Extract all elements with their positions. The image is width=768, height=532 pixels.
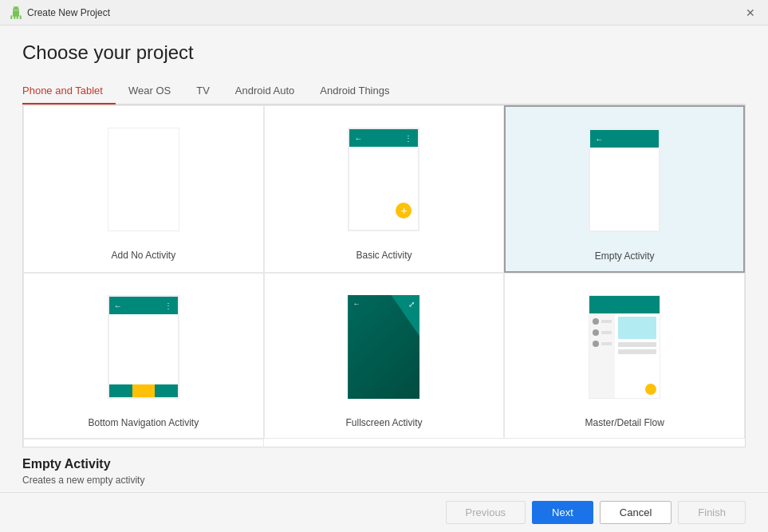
md-line3 (601, 342, 612, 345)
title-bar-title: Create New Project (27, 7, 110, 18)
no-activity-preview (33, 116, 254, 243)
previous-button[interactable]: Previous (446, 501, 526, 524)
basic-back-arrow: ← (354, 134, 362, 143)
gallery-item-nav-drawer[interactable]: ← ⋮ (23, 439, 264, 447)
md-detail-line2 (618, 349, 656, 354)
master-detail-label: Master/Detail Flow (585, 417, 664, 428)
gallery-item-bottom-nav[interactable]: ← ⋮ Bottom Navigation Activity (23, 273, 264, 439)
close-button[interactable]: ✕ (742, 6, 758, 20)
gallery-item-fullscreen[interactable]: ← ⤢ Fullscreen Activity (264, 273, 505, 439)
finish-button[interactable]: Finish (678, 501, 746, 524)
fullscreen-expand-icon: ⤢ (408, 300, 415, 309)
android-icon (10, 6, 22, 19)
bottom-nav-back-arrow: ← (114, 301, 122, 310)
md-circle2 (593, 329, 599, 336)
selected-activity-info: Empty Activity Creates a new empty activ… (22, 447, 746, 492)
md-sidebar (589, 313, 615, 398)
fullscreen-icons: ← (352, 300, 360, 308)
bottom-nav-topbar: ← ⋮ (109, 297, 178, 314)
basic-activity-preview: ← ⋮ + (274, 116, 494, 243)
md-line1 (601, 320, 612, 323)
footer: Previous Next Cancel Finish (0, 492, 768, 532)
tab-tv[interactable]: TV (183, 78, 223, 104)
tab-wear-os[interactable]: Wear OS (116, 78, 183, 104)
md-detail-image (618, 317, 656, 339)
tab-android-things[interactable]: Android Things (307, 78, 402, 104)
bottom-nav-dots: ⋮ (164, 301, 173, 310)
basic-activity-frame: ← ⋮ + (348, 128, 419, 231)
basic-activity-label: Basic Activity (356, 250, 412, 261)
next-button[interactable]: Next (532, 501, 593, 524)
cancel-button[interactable]: Cancel (600, 501, 672, 524)
tab-phone-and-tablet[interactable]: Phone and Tablet (22, 78, 116, 104)
empty-topbar: ← (590, 130, 659, 148)
bottom-nav-bar (109, 384, 178, 399)
fullscreen-back: ← (352, 300, 360, 308)
fullscreen-preview: ← ⤢ (274, 283, 494, 411)
basic-topbar-dots: ⋮ (404, 134, 413, 143)
md-circle3 (593, 341, 599, 347)
bottom-nav-label: Bottom Navigation Activity (88, 417, 199, 428)
title-bar-left: Create New Project (10, 6, 110, 19)
md-topbar (589, 296, 660, 313)
master-detail-frame (589, 295, 660, 399)
gallery-item-empty-activity[interactable]: ← Empty Activity (504, 105, 745, 273)
title-bar: Create New Project ✕ (0, 0, 768, 26)
bnav-seg2 (132, 384, 156, 399)
md-line2 (601, 331, 612, 334)
gallery-item-no-activity[interactable]: Add No Activity (23, 105, 264, 273)
bottom-nav-preview: ← ⋮ (33, 283, 254, 411)
bnav-seg3 (155, 384, 178, 399)
md-row1 (593, 318, 612, 325)
fullscreen-overlay (348, 295, 419, 399)
gallery-item-master-detail[interactable]: Master/Detail Flow (504, 273, 745, 439)
empty-back-arrow: ← (595, 135, 603, 144)
md-circle1 (593, 318, 599, 325)
basic-topbar: ← ⋮ (349, 129, 418, 147)
tab-android-auto[interactable]: Android Auto (223, 78, 307, 104)
main-content: Choose your project Phone and Tablet Wea… (0, 26, 768, 492)
tabs-container: Phone and Tablet Wear OS TV Android Auto… (22, 78, 746, 104)
md-row2 (593, 329, 612, 336)
empty-activity-frame: ← (589, 128, 660, 232)
bnav-seg1 (109, 384, 132, 399)
no-activity-frame (108, 128, 179, 231)
fab-button: + (396, 203, 412, 219)
fullscreen-label: Fullscreen Activity (345, 417, 422, 428)
master-detail-preview (514, 283, 735, 411)
selected-activity-title: Empty Activity (22, 457, 746, 471)
md-row3 (593, 341, 612, 347)
gallery-item-basic-activity[interactable]: ← ⋮ + Basic Activity (264, 105, 505, 273)
empty-activity-preview: ← (515, 116, 734, 244)
no-activity-label: Add No Activity (111, 250, 175, 261)
fullscreen-frame: ← ⤢ (348, 295, 419, 399)
activity-gallery: Add No Activity ← ⋮ + Basic Activity (22, 104, 746, 447)
md-detail-line1 (618, 342, 656, 347)
empty-activity-label: Empty Activity (595, 250, 655, 262)
selected-activity-description: Creates a new empty activity (22, 475, 746, 486)
bottom-nav-frame: ← ⋮ (108, 295, 179, 399)
page-title: Choose your project (22, 41, 746, 64)
